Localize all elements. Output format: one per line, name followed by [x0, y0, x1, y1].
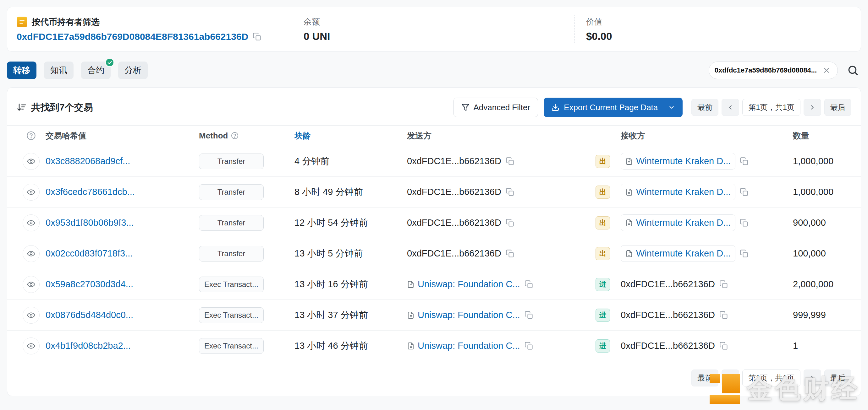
tx-hash-link[interactable]: 0x3c8882068ad9cf... — [45, 156, 130, 166]
table-row: 0x3f6cedc78661dcb... Transfer 8 小时 49 分钟… — [7, 177, 861, 207]
first-page-button[interactable]: 最前 — [691, 370, 718, 386]
copy-to-address-button[interactable] — [719, 280, 728, 289]
advanced-filter-button[interactable]: Advanced Filter — [454, 98, 538, 117]
block-age: 13 小时 5 分钟前 — [294, 247, 407, 260]
transactions-card: 共找到7个交易 Advanced Filter Export Current P… — [7, 87, 861, 396]
view-transaction-button[interactable] — [23, 184, 40, 201]
copy-to-address-button[interactable] — [740, 249, 749, 258]
copy-from-address-button[interactable] — [506, 218, 515, 227]
copy-to-address-button[interactable] — [740, 188, 749, 197]
clear-filter-button[interactable] — [821, 65, 832, 76]
from-address-link[interactable]: Uniswap: Foundation C... — [407, 279, 520, 289]
copy-from-address-button[interactable] — [506, 249, 515, 258]
tab-transfers[interactable]: 转移 — [7, 62, 36, 79]
to-address-link[interactable]: Wintermute Kraken D... — [636, 187, 731, 197]
copy-icon — [719, 280, 728, 289]
address-filter-chip[interactable]: 0xdfdc1e7a59d86b769d08084... — [709, 62, 838, 79]
table-row: 0x953d1f80b06b9f3... Transfer 12 小时 54 分… — [7, 207, 861, 238]
method-help-icon[interactable] — [231, 132, 239, 139]
to-address-pill[interactable]: Wintermute Kraken D... — [621, 153, 735, 170]
column-header-age[interactable]: 块龄 — [294, 130, 407, 141]
export-button[interactable]: Export Current Page Data — [544, 98, 683, 117]
table-row: 0x4b1f9d08cb2ba2... Exec Transact... 13 … — [7, 331, 861, 361]
copy-to-address-button[interactable] — [719, 342, 728, 350]
next-page-button[interactable] — [804, 99, 821, 116]
next-page-button[interactable] — [804, 370, 821, 386]
tab-analytics[interactable]: 分析 — [118, 62, 148, 79]
copy-from-address-button[interactable] — [525, 311, 533, 319]
to-address-pill[interactable]: Wintermute Kraken D... — [621, 184, 735, 200]
tab-contract[interactable]: 合约 — [81, 62, 111, 79]
prev-page-button[interactable] — [721, 99, 739, 116]
to-address-link[interactable]: Wintermute Kraken D... — [636, 248, 731, 259]
search-button[interactable] — [845, 62, 861, 78]
copy-from-address-button[interactable] — [506, 157, 515, 166]
tx-hash-link[interactable]: 0x3f6cedc78661dcb... — [45, 187, 135, 197]
view-transaction-button[interactable] — [23, 245, 40, 262]
column-header-amount: 数量 — [793, 130, 851, 141]
first-page-button[interactable]: 最前 — [691, 99, 718, 116]
copy-icon — [506, 249, 515, 258]
filter-icon — [461, 103, 469, 111]
eye-icon — [27, 280, 35, 288]
amount-value: 100,000 — [793, 248, 851, 259]
from-address: 0xdFDC1E...b662136D — [407, 248, 501, 259]
copy-from-address-button[interactable] — [525, 280, 533, 289]
tx-hash-link[interactable]: 0x4b1f9d08cb2ba2... — [45, 341, 131, 351]
tx-hash-link[interactable]: 0x59a8c27030d3d4... — [45, 279, 133, 289]
direction-badge: 进 — [595, 339, 610, 352]
balance-value: 0 UNI — [304, 30, 575, 42]
verified-check-icon — [105, 58, 114, 67]
token-holder-filter-card: 按代币持有者筛选 0xdFDC1E7a59d86b769D08084E8F813… — [7, 7, 861, 52]
value-amount: $0.00 — [586, 30, 851, 42]
amount-value: 999,999 — [793, 310, 851, 320]
to-address-pill[interactable]: Wintermute Kraken D... — [621, 214, 735, 231]
direction-badge: 出 — [595, 216, 610, 230]
tx-hash-link[interactable]: 0x0876d5d484d0c0... — [45, 310, 133, 320]
token-filter-icon — [17, 16, 27, 27]
method-badge: Transfer — [199, 153, 264, 169]
tx-hash-link[interactable]: 0x953d1f80b06b9f3... — [45, 217, 134, 228]
last-page-button[interactable]: 最后 — [824, 99, 851, 116]
copy-icon — [506, 157, 515, 166]
to-address-link[interactable]: Wintermute Kraken D... — [636, 156, 731, 166]
copy-icon — [253, 32, 261, 41]
copy-to-address-button[interactable] — [740, 157, 749, 166]
holder-address-link[interactable]: 0xdFDC1E7a59d86b769D08084E8F81361ab66213… — [17, 31, 248, 42]
method-badge: Exec Transact... — [199, 338, 264, 354]
view-transaction-button[interactable] — [23, 276, 40, 293]
copy-from-address-button[interactable] — [506, 188, 515, 197]
copy-holder-address-button[interactable] — [253, 32, 261, 41]
tx-hash-link[interactable]: 0x02cc0d83f0718f3... — [45, 248, 133, 259]
help-icon[interactable] — [17, 131, 45, 140]
from-address-link[interactable]: Uniswap: Foundation C... — [407, 310, 520, 320]
search-icon — [847, 64, 859, 76]
copy-from-address-button[interactable] — [525, 342, 533, 350]
prev-page-button[interactable] — [721, 370, 739, 386]
copy-icon — [525, 311, 533, 319]
from-address-link[interactable]: Uniswap: Foundation C... — [407, 341, 520, 351]
last-page-button[interactable]: 最后 — [824, 370, 851, 386]
block-age: 13 小时 37 分钟前 — [294, 309, 407, 321]
close-icon — [823, 67, 830, 74]
tab-info[interactable]: 知讯 — [44, 62, 73, 79]
view-transaction-button[interactable] — [23, 338, 40, 354]
view-transaction-button[interactable] — [23, 214, 40, 231]
column-header-method: Method — [199, 131, 228, 141]
view-transaction-button[interactable] — [23, 307, 40, 324]
method-badge: Exec Transact... — [199, 277, 264, 292]
page-info: 第1页，共1页 — [742, 99, 800, 116]
view-transaction-button[interactable] — [23, 153, 40, 170]
amount-value: 1,000,000 — [793, 187, 851, 197]
block-age: 8 小时 49 分钟前 — [294, 186, 407, 198]
to-address-pill[interactable]: Wintermute Kraken D... — [621, 245, 735, 262]
file-text-icon — [407, 281, 414, 288]
direction-badge: 出 — [595, 155, 610, 168]
sort-icon[interactable] — [17, 102, 27, 112]
copy-to-address-button[interactable] — [740, 218, 749, 227]
copy-to-address-button[interactable] — [719, 311, 728, 319]
to-address-link[interactable]: Wintermute Kraken D... — [636, 217, 731, 228]
amount-value: 1,000,000 — [793, 156, 851, 166]
from-address: 0xdFDC1E...b662136D — [407, 187, 501, 197]
amount-value: 1 — [793, 341, 851, 351]
